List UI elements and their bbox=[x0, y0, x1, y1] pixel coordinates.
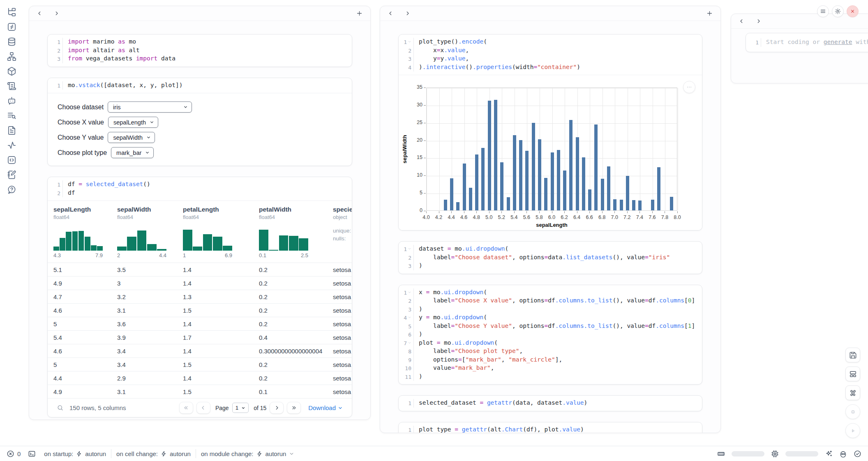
chart-bar bbox=[463, 164, 466, 210]
chevron-left-icon[interactable] bbox=[739, 18, 745, 24]
code-line: 10 value="mark_bar", bbox=[399, 364, 702, 373]
command-palette-button[interactable] bbox=[845, 385, 860, 400]
column-header[interactable]: sepalWidthfloat6424.4 bbox=[111, 206, 177, 258]
add-cell-icon[interactable] bbox=[356, 10, 363, 17]
code-editor[interactable]: 1plot_type().encode(2 x=x.value,3 y=y.va… bbox=[399, 35, 702, 75]
page-select[interactable]: 1 bbox=[232, 403, 249, 413]
activity-icon[interactable] bbox=[7, 141, 16, 150]
fold-chevron-icon[interactable] bbox=[408, 247, 411, 251]
column-header[interactable]: sepalLengthfloat644.37.9 bbox=[48, 206, 111, 258]
function-square-icon[interactable] bbox=[7, 22, 16, 32]
fold-chevron-icon[interactable] bbox=[408, 316, 411, 319]
fold-chevron-icon[interactable] bbox=[408, 290, 411, 294]
line-number: 9 bbox=[399, 356, 413, 364]
last-page-button[interactable] bbox=[287, 402, 301, 414]
y-value-select[interactable]: sepalWidth bbox=[108, 132, 155, 143]
dataframe-cell[interactable]: 1df = selected_dataset()2df sepalLengthf… bbox=[47, 177, 352, 417]
menu-button[interactable] bbox=[817, 5, 829, 17]
line-number: 5 bbox=[399, 322, 413, 331]
line-number: 1 bbox=[746, 38, 761, 47]
imports-cell[interactable]: 1import marimo as mo2import altair as al… bbox=[47, 34, 352, 67]
column-header[interactable]: speciesobjectunique:nulls: bbox=[327, 206, 352, 258]
next-page-button[interactable] bbox=[270, 402, 284, 414]
prev-page-button[interactable] bbox=[196, 402, 210, 414]
chart-x-axis-title: sepalLength bbox=[426, 222, 677, 228]
chevron-right-icon[interactable] bbox=[755, 18, 762, 24]
fold-chevron-icon[interactable] bbox=[408, 341, 411, 345]
chart-bar bbox=[632, 200, 635, 210]
code-editor[interactable]: 1df = selected_dataset()2df bbox=[48, 177, 352, 201]
code-editor[interactable]: 1dataset = mo.ui.dropdown(2 label="Choos… bbox=[399, 242, 702, 274]
middle-column-panel: 1plot_type().encode(2 x=x.value,3 y=y.va… bbox=[380, 6, 721, 433]
first-page-button[interactable] bbox=[179, 402, 193, 414]
bot-chat-icon[interactable] bbox=[7, 96, 16, 106]
code-line: 7plot = mo.ui.dropdown( bbox=[399, 339, 702, 348]
fold-chevron-icon[interactable] bbox=[408, 40, 411, 44]
plot-type-cell[interactable]: 1plot_type = getattr(alt.Chart(df), plot… bbox=[398, 422, 702, 433]
notebook-pen-icon[interactable] bbox=[7, 170, 16, 180]
save-button[interactable] bbox=[845, 348, 860, 362]
plot-cell[interactable]: 1plot_type().encode(2 x=x.value,3 y=y.va… bbox=[398, 34, 702, 230]
code-line: 3) bbox=[399, 305, 702, 314]
runtime-setting[interactable]: on cell change:autorun bbox=[116, 450, 191, 457]
code-line: 1df = selected_dataset() bbox=[48, 180, 352, 189]
table-row: 53.41.50.2setosa bbox=[48, 357, 352, 371]
form-row: Choose X valuesepalLength bbox=[58, 117, 342, 128]
x-value-select[interactable]: sepalLength bbox=[108, 117, 158, 128]
empty-cell[interactable]: 1 Start coding or generate with AI bbox=[746, 33, 868, 52]
form-label: Choose plot type bbox=[58, 149, 107, 157]
terminal-icon[interactable] bbox=[28, 450, 36, 458]
code-editor[interactable]: 1import marimo as mo2import altair as al… bbox=[48, 35, 352, 67]
code-editor[interactable]: 1mo.vstack([dataset, x, y, plot]) bbox=[48, 78, 352, 93]
chevron-down-icon bbox=[145, 150, 150, 155]
line-number: 8 bbox=[399, 347, 413, 356]
chart-bar bbox=[475, 154, 478, 210]
close-button[interactable] bbox=[847, 5, 859, 17]
chevron-left-icon[interactable] bbox=[37, 10, 43, 16]
column-header[interactable]: petalWidthfloat640.12.5 bbox=[253, 206, 327, 258]
plot-type-select[interactable]: mark_bar bbox=[111, 147, 154, 158]
connection-status-icon[interactable] bbox=[854, 450, 861, 458]
xy-plot-dropdowns-cell[interactable]: 1x = mo.ui.dropdown(2 label="Choose X va… bbox=[398, 285, 702, 385]
code-editor[interactable]: 1plot_type = getattr(alt.Chart(df), plot… bbox=[399, 422, 702, 433]
runtime-setting[interactable]: on startup:autorun bbox=[44, 450, 106, 457]
altair-bar-chart: sepalWidth sepalLength 4.04.24.44.64.85.… bbox=[399, 75, 702, 230]
help-chat-icon[interactable] bbox=[7, 185, 16, 194]
ai-sparkles-icon[interactable] bbox=[825, 450, 833, 458]
copilot-icon[interactable] bbox=[839, 450, 847, 458]
table-row: 4.63.11.50.2setosa bbox=[48, 303, 352, 317]
package-icon[interactable] bbox=[7, 67, 16, 76]
dataset-dropdown-cell[interactable]: 1dataset = mo.ui.dropdown(2 label="Choos… bbox=[398, 241, 702, 274]
chevron-right-icon[interactable] bbox=[404, 10, 411, 16]
selected-dataset-cell[interactable]: 1selected_dataset = getattr(data, datase… bbox=[398, 395, 702, 411]
search-icon[interactable] bbox=[57, 404, 64, 411]
chevron-left-icon[interactable] bbox=[388, 10, 394, 16]
database-icon[interactable] bbox=[7, 37, 16, 46]
errors-icon[interactable] bbox=[7, 450, 14, 458]
code-line: 1dataset = mo.ui.dropdown( bbox=[399, 245, 702, 254]
memory-meter bbox=[732, 451, 764, 456]
dataset-select[interactable]: iris bbox=[108, 101, 192, 113]
scroll-text-icon[interactable] bbox=[7, 81, 16, 91]
code-editor[interactable]: 1x = mo.ui.dropdown(2 label="Choose X va… bbox=[399, 285, 702, 385]
snippet-code-icon[interactable] bbox=[7, 155, 16, 165]
stop-button[interactable] bbox=[845, 404, 860, 419]
layout-button[interactable] bbox=[845, 366, 860, 381]
list-search-icon[interactable] bbox=[7, 111, 16, 120]
chart-options-button[interactable] bbox=[683, 81, 695, 93]
code-placeholder[interactable]: Start coding or generate with AI bbox=[761, 38, 868, 47]
file-text-icon[interactable] bbox=[7, 126, 16, 135]
add-cell-icon[interactable] bbox=[706, 10, 713, 17]
run-button[interactable] bbox=[845, 423, 860, 438]
chevron-right-icon[interactable] bbox=[53, 10, 60, 16]
chart-bar bbox=[525, 151, 529, 210]
network-icon[interactable] bbox=[7, 52, 16, 61]
vstack-cell[interactable]: 1mo.vstack([dataset, x, y, plot]) Choose… bbox=[47, 78, 352, 166]
settings-button[interactable] bbox=[832, 5, 844, 17]
column-header[interactable]: petalLengthfloat6416.9 bbox=[177, 206, 253, 258]
code-editor[interactable]: 1selected_dataset = getattr(data, datase… bbox=[399, 396, 702, 411]
file-tree-icon[interactable] bbox=[7, 7, 16, 17]
runtime-setting[interactable]: on module change:autorun bbox=[201, 450, 294, 457]
download-button[interactable]: Download bbox=[308, 404, 343, 411]
chart-plot-area bbox=[426, 88, 677, 211]
